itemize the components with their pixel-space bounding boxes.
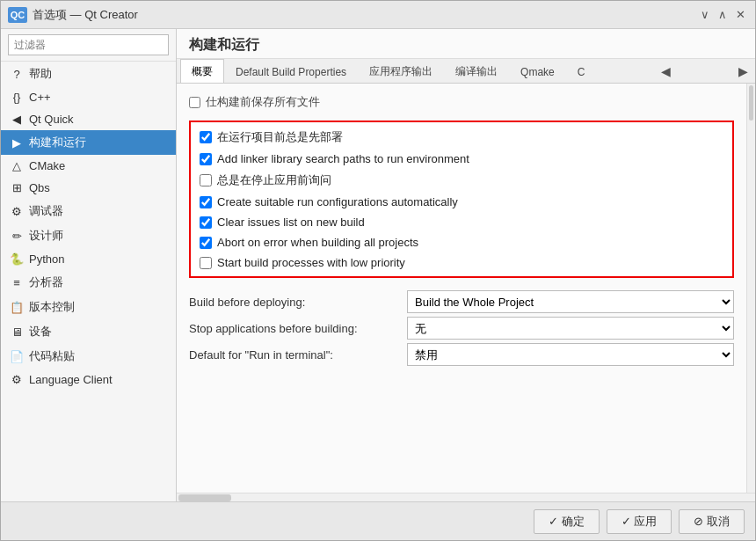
checkbox-create-run-config[interactable] — [200, 196, 212, 208]
tab-scroll-right[interactable]: ▶ — [735, 62, 752, 80]
sidebar-item-vcs[interactable]: 📋版本控制 — [1, 295, 176, 319]
checkbox-low-priority[interactable] — [200, 257, 212, 269]
sidebar-item-help[interactable]: ?帮助 — [1, 62, 176, 86]
sidebar-label-devices: 设备 — [29, 324, 52, 340]
close-button[interactable]: ✕ — [733, 8, 748, 21]
sidebar-icon-debugger: ⚙ — [10, 205, 24, 218]
sidebar-icon-build-run: ▶ — [10, 136, 24, 150]
sidebar-icon-qtquick: ◀ — [10, 113, 24, 126]
sidebar-item-qtquick[interactable]: ◀Qt Quick — [1, 108, 176, 130]
sidebar-item-devices[interactable]: 🖥设备 — [1, 319, 176, 344]
sidebar-item-debugger[interactable]: ⚙调试器 — [1, 199, 176, 223]
tab-scroll-left[interactable]: ◀ — [658, 62, 674, 80]
tab-default-build[interactable]: Default Build Properties — [224, 61, 358, 83]
checkbox-row-create-run-config: Create suitable run configurations autom… — [200, 194, 723, 210]
sidebar-item-build-run[interactable]: ▶构建和运行 — [1, 130, 176, 155]
apply-button[interactable]: ✓ 应用 — [607, 509, 672, 534]
form-row-stop-before-build: Stop applications before building:无Alway… — [189, 317, 734, 340]
tab-overview[interactable]: 概要 — [180, 59, 224, 84]
highlighted-section: 在运行项目前总是先部署Add linker library search pat… — [189, 121, 734, 278]
checkbox-label-create-run-config: Create suitable run configurations autom… — [217, 195, 458, 208]
form-rows: Build before deploying:Build the Whole P… — [189, 287, 734, 369]
checkbox-ask-before-stop[interactable] — [200, 174, 212, 186]
tab-compile-output[interactable]: 编译输出 — [444, 59, 509, 84]
checkbox-row-add-linker: Add linker library search paths to run e… — [200, 150, 723, 167]
checkbox-row-low-priority: Start build processes with low priority — [200, 254, 723, 271]
pre-checkbox-row: 仕构建前保存所有文件 — [189, 92, 734, 112]
scrollbar-thumb — [749, 85, 753, 121]
tabs-bar: 概要Default Build Properties应用程序输出编译输出Qmak… — [177, 59, 755, 84]
sidebar-label-qtquick: Qt Quick — [29, 113, 74, 126]
sidebar-item-languageclient[interactable]: ⚙Language Client — [1, 369, 176, 391]
ok-button[interactable]: ✓ 确定 — [534, 509, 600, 534]
form-row-run-in-terminal: Default for "Run in terminal":禁用启用 — [189, 343, 734, 366]
sidebar-icon-languageclient: ⚙ — [10, 373, 24, 386]
form-label-run-in-terminal: Default for "Run in terminal": — [189, 348, 400, 362]
checkbox-clear-issues[interactable] — [200, 216, 212, 229]
sidebar-label-python: Python — [29, 252, 64, 266]
sidebar-item-designer[interactable]: ✏设计师 — [1, 223, 176, 248]
sidebar-label-designer: 设计师 — [29, 228, 63, 244]
sidebar-icon-devices: 🖥 — [10, 325, 24, 339]
tab-qmake[interactable]: Qmake — [509, 61, 566, 83]
sidebar-label-cmake: CMake — [29, 159, 65, 172]
select-run-in-terminal[interactable]: 禁用启用 — [407, 343, 734, 366]
sidebar-icon-cpp: {} — [10, 91, 24, 104]
checkbox-deploy-before-run[interactable] — [200, 131, 212, 143]
sidebar-icon-python: 🐍 — [10, 252, 24, 266]
qc-icon: QC — [8, 7, 27, 23]
sidebar-label-languageclient: Language Client — [29, 373, 113, 386]
sidebar-icon-analyzer: ≡ — [10, 276, 24, 289]
sidebar-icon-qbs: ⊞ — [10, 181, 24, 194]
window-title: 首选项 — Qt Creator — [33, 7, 138, 23]
sidebar: ?帮助{}C++◀Qt Quick▶构建和运行△CMake⊞Qbs⚙调试器✏设计… — [1, 29, 177, 501]
maximize-button[interactable]: ∧ — [716, 8, 730, 21]
checkbox-label-clear-issues: Clear issues list on new build — [217, 216, 365, 229]
sidebar-label-debugger: 调试器 — [29, 203, 63, 219]
main-content: ?帮助{}C++◀Qt Quick▶构建和运行△CMake⊞Qbs⚙调试器✏设计… — [1, 29, 755, 501]
titlebar-left: QC 首选项 — Qt Creator — [8, 7, 138, 23]
tab-app-output[interactable]: 应用程序输出 — [358, 59, 444, 84]
checkbox-add-linker[interactable] — [200, 153, 212, 165]
horizontal-scrollbar[interactable] — [177, 493, 755, 501]
cancel-button[interactable]: ⊘ 取消 — [679, 509, 745, 534]
checkbox-label-add-linker: Add linker library search paths to run e… — [217, 152, 469, 165]
checkbox-label-deploy-before-run: 在运行项目前总是先部署 — [217, 129, 343, 145]
sidebar-icon-cmake: △ — [10, 159, 24, 172]
right-panel: 构建和运行 概要Default Build Properties应用程序输出编译… — [177, 29, 755, 501]
vertical-scrollbar[interactable] — [746, 84, 755, 493]
checkbox-row-clear-issues: Clear issues list on new build — [200, 214, 723, 230]
sidebar-icon-vcs: 📋 — [10, 301, 24, 314]
bottom-bar: ✓ 确定✓ 应用⊘ 取消 — [1, 501, 755, 540]
sidebar-item-cpp[interactable]: {}C++ — [1, 86, 176, 108]
tab-more[interactable]: C — [566, 61, 597, 83]
select-stop-before-build[interactable]: 无AlwaysAsk — [407, 317, 734, 340]
main-window: QC 首选项 — Qt Creator ∨ ∧ ✕ ?帮助{}C++◀Qt Qu… — [0, 0, 756, 541]
form-label-build-before-deploy: Build before deploying: — [189, 296, 400, 309]
form-row-build-before-deploy: Build before deploying:Build the Whole P… — [189, 290, 734, 313]
checkbox-row-ask-before-stop: 总是在停止应用前询问 — [200, 171, 723, 190]
filter-input[interactable] — [8, 34, 169, 55]
pre-checkbox-label: 仕构建前保存所有文件 — [206, 94, 320, 110]
sidebar-item-cmake[interactable]: △CMake — [1, 155, 176, 177]
checkbox-row-deploy-before-run: 在运行项目前总是先部署 — [200, 128, 723, 147]
checkbox-abort-on-error[interactable] — [200, 237, 212, 249]
sidebar-item-analyzer[interactable]: ≡分析器 — [1, 270, 176, 295]
minimize-button[interactable]: ∨ — [698, 8, 712, 21]
sidebar-icon-codesnippets: 📄 — [10, 350, 24, 363]
sidebar-label-vcs: 版本控制 — [29, 299, 75, 315]
sidebar-label-codesnippets: 代码粘贴 — [29, 348, 75, 364]
pre-checkbox[interactable] — [189, 97, 200, 108]
h-scrollbar-thumb — [178, 494, 231, 501]
sidebar-label-help: 帮助 — [29, 66, 52, 82]
checkbox-label-low-priority: Start build processes with low priority — [217, 256, 405, 269]
sidebar-item-codesnippets[interactable]: 📄代码粘贴 — [1, 344, 176, 369]
sidebar-item-qbs[interactable]: ⊞Qbs — [1, 177, 176, 199]
titlebar-controls: ∨ ∧ ✕ — [698, 8, 748, 21]
sidebar-label-analyzer: 分析器 — [29, 274, 63, 290]
select-build-before-deploy[interactable]: Build the Whole ProjectDo Not Build Anyt… — [407, 290, 734, 313]
sidebar-icon-help: ? — [10, 68, 24, 81]
sidebar-item-python[interactable]: 🐍Python — [1, 248, 176, 270]
filter-box — [1, 29, 176, 62]
sidebar-list: ?帮助{}C++◀Qt Quick▶构建和运行△CMake⊞Qbs⚙调试器✏设计… — [1, 62, 176, 501]
